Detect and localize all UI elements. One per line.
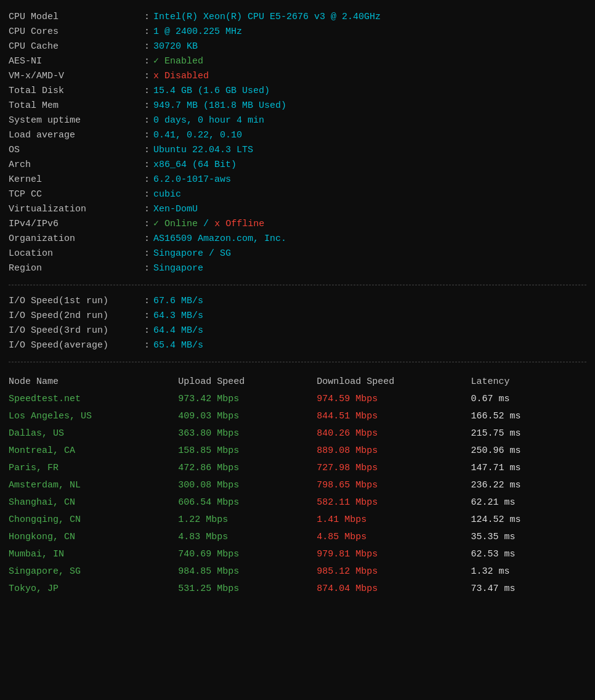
ipv-online: Online: [164, 217, 198, 232]
network-section: Node Name Upload Speed Download Speed La…: [9, 367, 586, 601]
io-avg-label: I/O Speed(average): [9, 338, 144, 353]
network-latency-10: 1.32 ms: [471, 563, 586, 580]
network-upload-4: 472.86 Mbps: [178, 460, 317, 477]
network-upload-2: 363.80 Mbps: [178, 425, 317, 442]
network-latency-1: 166.52 ms: [471, 408, 586, 425]
network-download-0: 974.59 Mbps: [317, 391, 471, 408]
network-node-9: Mumbai, IN: [9, 546, 178, 563]
arch-value: x86_64 (64 Bit): [153, 158, 237, 173]
network-latency-6: 62.21 ms: [471, 494, 586, 511]
location-value: Singapore / SG: [153, 246, 231, 261]
network-latency-0: 0.67 ms: [471, 391, 586, 408]
virt-row: Virtualization : Xen-DomU: [9, 202, 586, 217]
network-row: Singapore, SG984.85 Mbps985.12 Mbps1.32 …: [9, 563, 586, 580]
io-run1-label: I/O Speed(1st run): [9, 294, 144, 309]
cpu-cache-value: 30720 KB: [153, 39, 198, 54]
ipv-slash: /: [203, 217, 209, 232]
cpu-cores-label: CPU Cores: [9, 25, 144, 39]
network-latency-8: 35.35 ms: [471, 529, 586, 546]
cpu-cores-row: CPU Cores : 1 @ 2400.225 MHz: [9, 25, 586, 39]
os-row: OS : Ubuntu 22.04.3 LTS: [9, 143, 586, 158]
network-download-1: 844.51 Mbps: [317, 408, 471, 425]
vm-row: VM-x/AMD-V : x Disabled: [9, 69, 586, 84]
ipv-x: x: [214, 217, 220, 232]
ipv-check: ✓: [153, 217, 159, 232]
io-avg-row: I/O Speed(average) : 65.4 MB/s: [9, 338, 586, 353]
ipv-label: IPv4/IPv6: [9, 217, 144, 232]
region-value: Singapore: [153, 261, 203, 276]
io-run1-value: 67.6 MB/s: [153, 294, 203, 309]
kernel-label: Kernel: [9, 173, 144, 187]
aes-ni-check: ✓: [153, 54, 159, 69]
network-download-10: 985.12 Mbps: [317, 563, 471, 580]
io-run2-row: I/O Speed(2nd run) : 64.3 MB/s: [9, 309, 586, 324]
cpu-cache-row: CPU Cache : 30720 KB: [9, 39, 586, 54]
io-section: I/O Speed(1st run) : 67.6 MB/s I/O Speed…: [9, 290, 586, 357]
network-download-11: 874.04 Mbps: [317, 580, 471, 598]
region-label: Region: [9, 261, 144, 276]
disk-label: Total Disk: [9, 84, 144, 99]
tcp-row: TCP CC : cubic: [9, 187, 586, 202]
network-upload-5: 300.08 Mbps: [178, 477, 317, 494]
network-download-5: 798.65 Mbps: [317, 477, 471, 494]
vm-value: Disabled: [164, 69, 209, 84]
network-row: Dallas, US363.80 Mbps840.26 Mbps215.75 m…: [9, 425, 586, 442]
org-label: Organization: [9, 232, 144, 246]
divider-1: [9, 285, 586, 285]
network-latency-9: 62.53 ms: [471, 546, 586, 563]
network-node-8: Hongkong, CN: [9, 529, 178, 546]
org-row: Organization : AS16509 Amazon.com, Inc.: [9, 232, 586, 246]
network-row: Shanghai, CN606.54 Mbps582.11 Mbps62.21 …: [9, 494, 586, 511]
network-node-10: Singapore, SG: [9, 563, 178, 580]
network-table-header: Node Name Upload Speed Download Speed La…: [9, 373, 586, 391]
network-download-7: 1.41 Mbps: [317, 511, 471, 529]
org-value: AS16509 Amazon.com, Inc.: [153, 232, 286, 246]
network-download-2: 840.26 Mbps: [317, 425, 471, 442]
ipv-offline: Offline: [225, 217, 264, 232]
load-value: 0.41, 0.22, 0.10: [153, 128, 242, 143]
io-run3-row: I/O Speed(3rd run) : 64.4 MB/s: [9, 324, 586, 338]
mem-value: 949.7 MB (181.8 MB Used): [153, 99, 286, 113]
tcp-label: TCP CC: [9, 187, 144, 202]
cpu-model-label: CPU Model: [9, 10, 144, 25]
network-latency-4: 147.71 ms: [471, 460, 586, 477]
kernel-value: 6.2.0-1017-aws: [153, 173, 231, 187]
virt-label: Virtualization: [9, 202, 144, 217]
disk-row: Total Disk : 15.4 GB (1.6 GB Used): [9, 84, 586, 99]
network-download-9: 979.81 Mbps: [317, 546, 471, 563]
network-latency-11: 73.47 ms: [471, 580, 586, 598]
header-download: Download Speed: [317, 373, 471, 391]
network-node-7: Chongqing, CN: [9, 511, 178, 529]
io-avg-value: 65.4 MB/s: [153, 338, 203, 353]
arch-label: Arch: [9, 158, 144, 173]
divider-2: [9, 362, 586, 362]
io-run3-value: 64.4 MB/s: [153, 324, 203, 338]
cpu-cores-value: 1 @ 2400.225 MHz: [153, 25, 242, 39]
mem-label: Total Mem: [9, 99, 144, 113]
network-row: Montreal, CA158.85 Mbps889.08 Mbps250.96…: [9, 442, 586, 460]
network-row: Hongkong, CN4.83 Mbps4.85 Mbps35.35 ms: [9, 529, 586, 546]
network-row: Amsterdam, NL300.08 Mbps798.65 Mbps236.2…: [9, 477, 586, 494]
network-upload-10: 984.85 Mbps: [178, 563, 317, 580]
os-value: Ubuntu 22.04.3 LTS: [153, 143, 253, 158]
os-label: OS: [9, 143, 144, 158]
virt-value: Xen-DomU: [153, 202, 198, 217]
network-row: Mumbai, IN740.69 Mbps979.81 Mbps62.53 ms: [9, 546, 586, 563]
network-upload-1: 409.03 Mbps: [178, 408, 317, 425]
aes-ni-label: AES-NI: [9, 54, 144, 69]
network-upload-6: 606.54 Mbps: [178, 494, 317, 511]
location-row: Location : Singapore / SG: [9, 246, 586, 261]
uptime-row: System uptime : 0 days, 0 hour 4 min: [9, 113, 586, 128]
network-upload-0: 973.42 Mbps: [178, 391, 317, 408]
header-upload: Upload Speed: [178, 373, 317, 391]
cpu-model-row: CPU Model : Intel(R) Xeon(R) CPU E5-2676…: [9, 10, 586, 25]
kernel-row: Kernel : 6.2.0-1017-aws: [9, 173, 586, 187]
cpu-model-value: Intel(R) Xeon(R) CPU E5-2676 v3 @ 2.40GH…: [153, 10, 381, 25]
mem-row: Total Mem : 949.7 MB (181.8 MB Used): [9, 99, 586, 113]
network-node-5: Amsterdam, NL: [9, 477, 178, 494]
aes-ni-row: AES-NI : ✓ Enabled: [9, 54, 586, 69]
network-row: Los Angeles, US409.03 Mbps844.51 Mbps166…: [9, 408, 586, 425]
aes-ni-value: Enabled: [164, 54, 203, 69]
network-download-3: 889.08 Mbps: [317, 442, 471, 460]
network-download-8: 4.85 Mbps: [317, 529, 471, 546]
